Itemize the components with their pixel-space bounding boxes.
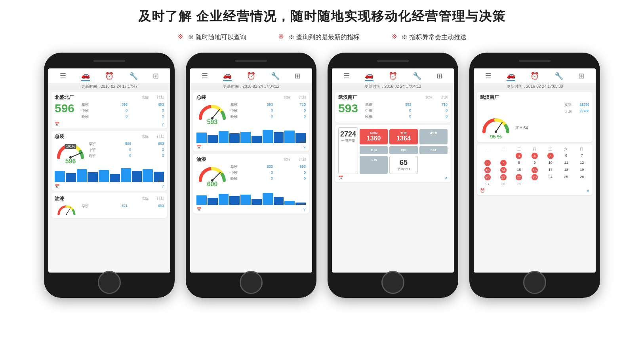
week-wed: WED [419,129,448,144]
card-youqi-1: 油漆 实际 计划 [51,193,167,218]
card-with-gauge-1: 101% 596 [55,142,164,165]
labels-yq2: 实际 计划 [284,157,306,162]
subtitle-2: ※ ※ 查询到的是最新的指标 [278,32,360,42]
phone-2-screen: ☰ 🚗 ⏰ 🔧 ⊞ 更新时间：2016-02-24 17:04:12 总装 实际 [190,68,312,273]
card-footer-2: 📅 ∨ [55,184,164,188]
bar-chart-1: ▶60 [55,167,164,182]
bar-arrow: ▶60 [158,179,164,183]
gauge-pct-p4: 95 % [490,134,502,140]
card-footer-z2: 📅 ∨ [196,145,306,149]
bar-chart-2: ▶60 [196,127,306,143]
weekly-body: 2724 一周产量 MON 1360 T [338,127,448,174]
gauge-value-2: 593 [207,119,218,126]
menu-icon-4: ☰ [485,72,492,80]
grid-icon-2: ⊞ [295,72,301,80]
card-factory-3: 武汉南厂 实际 计划 593 早班 593 [335,92,451,123]
subtitle-1: ※ ※ 随时随地可以查询 [177,32,246,42]
phone-3: ☰ 🚗 ⏰ 🔧 ⊞ 更新时间：2016-02-24 17:04:12 武汉南厂 … [328,53,458,298]
info-row-p4: 实际 21598 [480,102,589,108]
week-grid: MON 1360 TUE 1364 WED [360,129,448,174]
calendar-icon-z2: 📅 [196,145,201,149]
expand-icon-2[interactable]: ∨ [161,184,164,188]
bar [77,169,87,182]
card-labels-1: 实际 计划 [142,95,164,100]
shift-table-2: 早班 596 693 中班 0 0 晚班 [89,142,164,159]
gauge-value-yq2: 600 [207,181,218,188]
expand-icon-1[interactable]: ∨ [161,122,164,126]
asterisk-3: ※ [391,33,397,41]
calendar-icon-1: 📅 [55,122,59,126]
cal-3: 3 [516,153,522,159]
main-title: 及时了解 企业经营情况，随时随地实现移动化经营管理与决策 [138,8,506,25]
card-header-z2: 总装 实际 计划 [196,94,306,101]
update-time-2: 更新时间：2016-02-24 17:04:12 [190,83,312,90]
shift-table-1: 早班 596 693 中班 0 0 晚班 [82,102,164,120]
svg-line-8 [496,122,502,132]
expand-icon-weekly[interactable]: ∧ [445,176,448,180]
gauge-yq2: 600 [196,165,228,188]
bar [55,171,65,182]
big-num-1: 596 [55,102,78,114]
shifts-z2: 早班 593 710 中班 0 0 晚班 [231,102,306,120]
plan-val-p4: 22780 [579,109,589,114]
cal-header: 一 二 三 四 五 六 日 [480,147,589,152]
gauge-body-yq2: 600 早班 600 693 中班 0 [196,165,306,188]
week-avg: 65 平均JPH [389,156,417,174]
card-header-2: 总装 实际 计划 [55,133,164,140]
cal-14: 14 [500,167,507,173]
jph-val: 64 [524,126,528,130]
factory-name-2: 总装 [55,133,64,140]
robot-icon: 🔧 [129,72,138,80]
grid-icon-4: ⊞ [578,72,584,80]
week-sat: SAT [419,146,448,154]
plan-label-p4: 计划 [564,109,572,114]
labels-z2: 实际 计划 [284,95,306,100]
phone-1-screen: ☰ 🚗 ⏰ 🔧 ⊞ 更新时间：2016-02-24 17:17:47 北盛北厂 … [48,68,170,273]
expand-icon-yq2[interactable]: ∨ [303,207,306,211]
phone-4-screen: ☰ 🚗 ⏰ 🔧 ⊞ 更新时间：2016-02-24 17:05:38 武汉南厂 [474,68,596,273]
bar-chart-yq2: ▶60 [196,189,306,205]
total-num: 2724 [340,130,356,138]
menu-icon: ☰ [60,72,66,80]
cal-23: 23 [532,174,538,180]
expand-icon-z2[interactable]: ∨ [303,145,306,149]
update-time-4: 更新时间：2016-02-24 17:05:38 [474,83,596,90]
clock-icon: ⏰ [105,72,114,80]
asterisk-1: ※ [177,33,183,41]
card-header-1: 北盛北厂 实际 计划 [55,94,164,101]
screen-content-2: 总装 实际 计划 [190,90,312,273]
factory-name-3: 油漆 [55,195,64,202]
robot-icon-4: 🔧 [554,72,563,80]
shifts-yq2: 早班 600 693 中班 0 0 晚班 [231,165,306,182]
actual-label-p4: 实际 [564,103,572,107]
labels-f3: 实际 计划 [425,95,448,100]
cal-13: 13 [484,167,491,173]
card-footer-weekly: 📅 ∧ [338,176,448,180]
week-sun: SUN [360,156,388,174]
clock-icon-3: ⏰ [389,72,397,80]
phones-row: ☰ 🚗 ⏰ 🔧 ⊞ 更新时间：2016-02-24 17:17:47 北盛北厂 … [44,53,600,298]
bar [110,174,120,182]
svg-line-6 [212,172,220,180]
asterisk-2: ※ [278,33,284,41]
phone-4: ☰ 🚗 ⏰ 🔧 ⊞ 更新时间：2016-02-24 17:05:38 武汉南厂 [469,53,600,298]
cal-7: 7 [500,160,507,166]
cal-22: 22 [516,174,522,180]
bar [66,173,76,182]
bar [88,172,98,182]
card-footer-yq2: 📅 ∨ [196,207,306,211]
card-youqi-2: 油漆 实际 计划 [193,154,309,214]
cal-20: 20 [484,174,491,180]
gauge-body-2: 593 早班 593 710 中班 0 [196,102,306,126]
jph-info: JPH 64 [515,126,528,130]
robot-icon-3: 🔧 [413,72,421,80]
expand-icon-cal[interactable]: ∧ [587,188,589,193]
factory-name-p3: 武汉南厂 [338,94,357,101]
clock-icon-4: ⏰ [530,72,539,80]
phone-1: ☰ 🚗 ⏰ 🔧 ⊞ 更新时间：2016-02-24 17:17:47 北盛北厂 … [44,53,175,298]
bar [121,168,131,182]
cal-6: 6 [484,160,491,166]
subtitle-3: ※ ※ 指标异常会主动推送 [391,32,467,42]
card-calendar: 一 二 三 四 五 六 日 3 4 [477,144,593,195]
svg-line-0 [70,153,82,157]
